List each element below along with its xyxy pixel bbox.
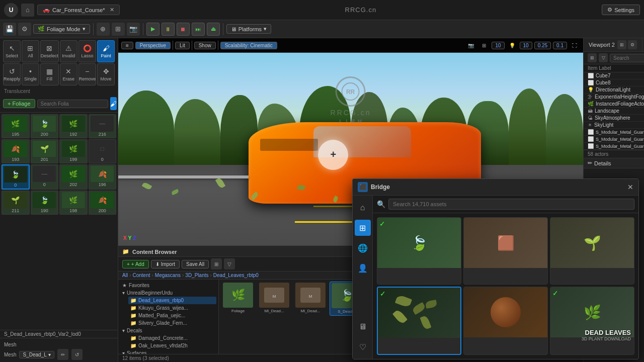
foliage-tool-select[interactable]: ↖ Select [3, 40, 21, 62]
outliner-tab[interactable]: Outliner ✕ [642, 38, 644, 51]
damaged-item[interactable]: 📁 Damaged_Concrete... [128, 334, 216, 342]
mesh-edit-icon[interactable]: ✏ [57, 349, 68, 360]
viewport-num2[interactable]: 10 [520, 42, 532, 49]
kikuyu-item[interactable]: 📁 Kikuyu_Grass_wijea... [128, 304, 216, 312]
silvery-item[interactable]: 📁 Silvery_Glade_Fern... [128, 319, 216, 327]
foliage-item[interactable]: 🌱 201 [31, 139, 59, 163]
search-foliage-input[interactable] [37, 100, 108, 108]
foliage-item[interactable]: 🍃 200 [31, 114, 59, 138]
bridge-item-1[interactable]: ✓ 🍃 [377, 217, 461, 285]
breadcrumb-megascans[interactable]: Megascans [155, 273, 181, 278]
skip-button[interactable]: ⏭ [192, 23, 205, 36]
outliner-row-skylight[interactable]: ☀SkyLight SkyLight [584, 122, 644, 129]
bridge-heart-icon[interactable]: ♡ [355, 339, 371, 355]
foliage-tool-move[interactable]: ✥ Move [97, 63, 115, 85]
outliner-row-cube7[interactable]: ⬜Cube7 StaticMeshActo [584, 72, 644, 79]
foliage-tool-reapply[interactable]: ↺ Reapply [3, 63, 21, 85]
eject-button[interactable]: ⏏ [207, 23, 220, 36]
foliage-tool-paint[interactable]: 🖌 Paint [97, 40, 115, 62]
pause-button[interactable]: ⏸ [162, 23, 175, 36]
import-button[interactable]: ⬇ Import [151, 260, 180, 268]
outliner-row-cube8[interactable]: ⬜Cube8 StaticMeshActo [584, 79, 644, 86]
toolbar-transform-icon[interactable]: ⊕ [97, 23, 110, 36]
outliner-row-guardrail2[interactable]: ⬜S_Modular_Metal_Guardrail_uh1kl StaticM… [584, 136, 644, 143]
bridge-item-3[interactable]: 🌱 [550, 217, 634, 285]
play-button[interactable]: ▶ [146, 23, 159, 36]
toolbar-settings-icon[interactable]: ⚙ [18, 23, 31, 36]
favorites-item[interactable]: ★ Favorites [120, 282, 216, 289]
project-tab[interactable]: 🚗 Car_Forrest_Course* ✕ [37, 5, 120, 15]
outliner-filter-icon[interactable]: ⊞ [588, 53, 597, 62]
outliner-row-guardrail1[interactable]: ⬜S_Modular_Metal_Guardrail_uh1kl StaticM… [584, 129, 644, 136]
outliner-row-dirlight[interactable]: 💡DirectionalLight DirectionalLight [584, 86, 644, 94]
bridge-item-2[interactable]: 🟫 [463, 217, 548, 285]
foliage-item[interactable]: 🍂 193 [2, 139, 30, 163]
foliage-item[interactable]: 🌿 192 [59, 114, 88, 138]
foliage-item[interactable]: 🍃 190 [31, 191, 59, 215]
add-button[interactable]: + + Add [122, 260, 149, 268]
viewport-show-btn[interactable]: Show [194, 42, 216, 49]
outliner-search-input[interactable] [610, 54, 644, 62]
platforms-dropdown[interactable]: 🖥 Platforms ▾ [226, 24, 271, 34]
asset-mi-dead-2[interactable]: M MI_Dead... [293, 282, 328, 315]
tab-close-icon[interactable]: ✕ [110, 7, 114, 13]
asset-mi-dead-1[interactable]: M MI_Dead... [257, 282, 291, 315]
cb-filter-icon[interactable]: ▽ [224, 258, 235, 269]
vp-grid-icon[interactable]: ⊞ [478, 40, 490, 51]
foliage-tool-invalid[interactable]: ⚠ Invalid [60, 40, 77, 62]
breadcrumb-deadleaves[interactable]: Dead_Leaves_rbtp0 [213, 273, 259, 278]
foliage-item-selected[interactable]: 🍃 0 [2, 164, 30, 190]
surfaces-item[interactable]: ▾ Surfaces [120, 349, 216, 354]
foliage-item[interactable]: □ 0 [89, 139, 117, 163]
settings-button[interactable]: ⚙ Settings [602, 5, 640, 15]
mesh-value-dropdown[interactable]: S_Dead_L ▾ [19, 351, 54, 358]
bridge-close-button[interactable]: ✕ [627, 183, 633, 191]
decals-item[interactable]: ▾ Decals [120, 327, 216, 334]
toolbar-save-icon[interactable]: 💾 [3, 23, 16, 36]
foliage-tool-single[interactable]: • Single [22, 63, 39, 85]
outliner-row-foliage-actor[interactable]: 🌿InstancedFoliageActor0 InstancedFoliage [584, 101, 644, 108]
breadcrumb-all[interactable]: All [122, 273, 128, 278]
outliner-row-guardrail3[interactable]: ⬜S_Modular_Metal_Guardrail_uh1kl StaticM… [584, 143, 644, 150]
bridge-person-icon[interactable]: 👤 [355, 260, 371, 276]
foliage-brush-icon[interactable]: 🖌 [110, 97, 117, 110]
foliage-item[interactable]: — 216 [89, 114, 117, 138]
foliage-tool-deselect[interactable]: ⊠ Deselect [40, 40, 59, 62]
cb-view-icon[interactable]: ⊞ [211, 258, 222, 269]
viewport2-tab[interactable]: Viewport 2 ⊞ ⚙ [584, 38, 642, 51]
save-all-button[interactable]: Save All [182, 260, 209, 268]
bridge-home-icon[interactable]: ⌂ [355, 200, 371, 216]
toolbar-camera-icon[interactable]: 📷 [127, 23, 140, 36]
breadcrumb-content[interactable]: Content [132, 273, 150, 278]
vp-camera-icon[interactable]: 📷 [465, 40, 476, 51]
foliage-item[interactable]: 🌿 202 [59, 164, 88, 190]
bridge-assets-icon[interactable]: ⊞ [355, 220, 371, 236]
bridge-item-6[interactable]: ✓ 🌿 [550, 287, 634, 355]
vp2-filter-icon[interactable]: ⊞ [617, 40, 626, 49]
foliage-tool-fill[interactable]: ▦ Fill [40, 63, 59, 85]
outliner-row-fog[interactable]: 🌫ExponentialHeightFog ExponentialHeig [584, 94, 644, 101]
outliner-row-skyatmo[interactable]: 🌤SkyAtmosphere SkyAtmosphere [584, 115, 644, 122]
foliage-item[interactable]: 🍂 196 [89, 164, 117, 190]
viewport-hamburger[interactable]: ≡ [121, 42, 133, 49]
viewport-num4[interactable]: 0.1 [553, 42, 567, 49]
vp-maximize-icon[interactable]: ⛶ [569, 40, 580, 51]
foliage-tool-remove[interactable]: − Remove [78, 63, 97, 85]
foliage-tool-erase[interactable]: ✕ Erase [60, 63, 77, 85]
foliage-tool-lasso[interactable]: ⭕ Lasso [78, 40, 97, 62]
viewport-perspective-btn[interactable]: Perspective [135, 42, 171, 49]
foliage-item[interactable]: 🌿 199 [59, 139, 88, 163]
foliage-item[interactable]: 🍂 200 [89, 191, 117, 215]
add-foliage-button[interactable]: + Foliage [3, 99, 35, 108]
foliage-item[interactable]: 🌿 195 [2, 114, 30, 138]
outliner-icon2[interactable]: ▽ [599, 53, 608, 62]
viewport-num3[interactable]: 0.25 [534, 42, 551, 49]
foliage-item[interactable]: 🌿 198 [59, 191, 88, 215]
vp2-settings-icon[interactable]: ⚙ [628, 40, 637, 49]
foliage-item[interactable]: — 0 [31, 164, 59, 190]
matted-item[interactable]: 📁 Matted_Patia_uejic... [128, 312, 216, 319]
viewport-lit-btn[interactable]: Lit [175, 42, 190, 49]
dead-leaves-item[interactable]: 📁 Dead_Leaves_rbtp0 [128, 297, 216, 304]
bridge-search-input[interactable] [388, 199, 634, 210]
toolbar-mode-icon[interactable]: ⊞ [112, 23, 125, 36]
